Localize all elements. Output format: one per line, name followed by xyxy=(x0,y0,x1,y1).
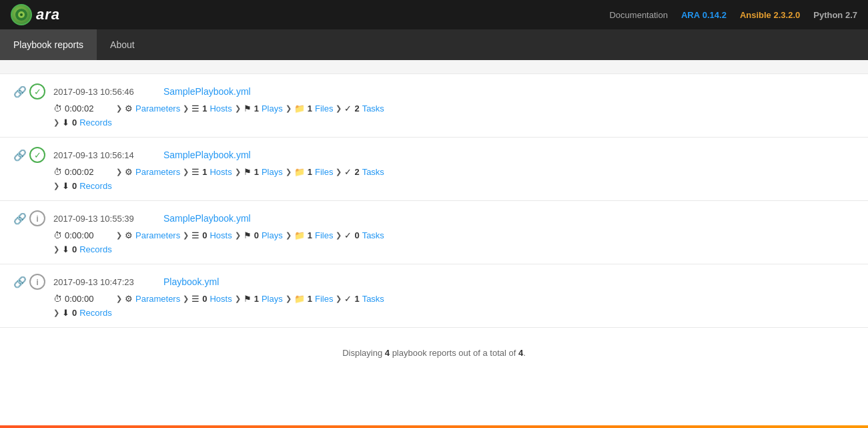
nav-playbook-reports[interactable]: Playbook reports xyxy=(0,29,97,60)
status-success-icon: ✓ xyxy=(29,83,45,99)
nav-about[interactable]: About xyxy=(97,29,148,60)
hosts-icon: ☰ xyxy=(191,230,199,240)
plays-link[interactable]: Plays xyxy=(262,103,283,114)
playbook-row: 🔗 i 2017-09-13 10:47:23 Playbook.yml ⏱ 0… xyxy=(0,264,868,328)
chevron-icon: ❯ xyxy=(235,168,241,176)
plays-link[interactable]: Plays xyxy=(262,294,283,304)
plays-group: ⚑ 0 Plays xyxy=(244,230,283,240)
plays-group: ⚑ 1 Plays xyxy=(244,294,283,304)
chevron-icon: ❯ xyxy=(235,294,241,303)
params-link[interactable]: Parameters xyxy=(135,167,180,177)
stats-row: ⏱ 0:00:02 ❯ ⚙ Parameters ❯ ☰ 1 Hosts ❯ ⚑… xyxy=(53,103,855,114)
hosts-link[interactable]: Hosts xyxy=(209,230,232,240)
files-link[interactable]: Files xyxy=(315,230,333,240)
playbook-row: 🔗 ✓ 2017-09-13 10:56:14 SamplePlaybook.y… xyxy=(0,138,868,201)
chevron-icon: ❯ xyxy=(53,245,59,254)
datetime: 2017-09-13 10:56:14 xyxy=(53,150,157,160)
playbook-link[interactable]: Playbook.yml xyxy=(163,276,219,287)
hosts-group: ☰ 0 Hosts xyxy=(191,294,232,304)
hosts-group: ☰ 1 Hosts xyxy=(191,103,232,114)
chevron-icon: ❯ xyxy=(235,104,241,113)
clock-icon: ⏱ xyxy=(53,167,62,177)
hosts-link[interactable]: Hosts xyxy=(209,294,232,304)
link-icon: 🔗 xyxy=(13,212,27,225)
hosts-icon: ☰ xyxy=(191,103,199,114)
files-group: 📁 1 Files xyxy=(294,103,334,114)
stats-row: ⏱ 0:00:00 ❯ ⚙ Parameters ❯ ☰ 0 Hosts ❯ ⚑… xyxy=(53,230,855,240)
plays-group: ⚑ 1 Plays xyxy=(244,103,283,114)
footer-text: Displaying 4 playbook reports out of a t… xyxy=(342,348,526,358)
tasks-link[interactable]: Tasks xyxy=(362,294,384,304)
hosts-group: ☰ 1 Hosts xyxy=(191,167,232,177)
records-icon: ⬇ xyxy=(62,181,69,191)
records-group: ⬇ 0 Records xyxy=(62,118,112,128)
datetime: 2017-09-13 10:47:23 xyxy=(53,277,157,287)
params-group: ⚙ Parameters xyxy=(125,294,180,304)
playbook-link[interactable]: SamplePlaybook.yml xyxy=(163,86,251,97)
files-icon: 📁 xyxy=(294,103,305,114)
params-link[interactable]: Parameters xyxy=(135,103,180,114)
hosts-link[interactable]: Hosts xyxy=(209,167,232,177)
plays-link[interactable]: Plays xyxy=(262,167,283,177)
params-link[interactable]: Parameters xyxy=(135,294,180,304)
status-success-icon: ✓ xyxy=(29,147,45,163)
records-group: ⬇ 0 Records xyxy=(62,181,112,191)
files-icon: 📁 xyxy=(294,167,305,177)
link-icon: 🔗 xyxy=(13,149,27,162)
playbook-row: 🔗 ✓ 2017-09-13 10:56:46 SamplePlaybook.y… xyxy=(0,73,868,138)
ara-badge: ARA 0.14.2 xyxy=(681,10,727,20)
bottom-bar xyxy=(0,425,868,428)
files-link[interactable]: Files xyxy=(315,294,333,304)
row-icons: 🔗 i xyxy=(13,210,47,226)
records-icon: ⬇ xyxy=(62,244,69,254)
files-link[interactable]: Files xyxy=(315,167,333,177)
params-group: ⚙ Parameters xyxy=(125,230,180,240)
plays-icon: ⚑ xyxy=(244,103,252,114)
tasks-icon: ✓ xyxy=(344,103,352,114)
params-link[interactable]: Parameters xyxy=(135,230,180,240)
chevron-icon: ❯ xyxy=(116,104,122,113)
records-link[interactable]: Records xyxy=(79,244,111,254)
records-row: ❯ ⬇ 0 Records xyxy=(53,118,855,128)
python-badge: Python 2.7 xyxy=(813,10,857,20)
playbook-link[interactable]: SamplePlaybook.yml xyxy=(163,150,251,160)
playbook-link[interactable]: SamplePlaybook.yml xyxy=(163,213,251,224)
plays-link[interactable]: Plays xyxy=(262,230,283,240)
files-group: 📁 1 Files xyxy=(294,167,334,177)
chevron-icon: ❯ xyxy=(183,294,189,303)
topbar: ara Documentation ARA 0.14.2 Ansible 2.3… xyxy=(0,0,868,29)
params-group: ⚙ Parameters xyxy=(125,167,180,177)
records-link[interactable]: Records xyxy=(79,308,111,318)
records-link[interactable]: Records xyxy=(79,118,111,128)
chevron-icon: ❯ xyxy=(286,104,292,113)
duration: ⏱ 0:00:00 xyxy=(53,294,113,304)
chevron-icon: ❯ xyxy=(183,104,189,113)
svg-point-2 xyxy=(20,13,23,16)
documentation-link[interactable]: Documentation xyxy=(609,10,667,20)
plays-icon: ⚑ xyxy=(244,230,252,240)
chevron-icon: ❯ xyxy=(183,231,189,240)
files-link[interactable]: Files xyxy=(315,103,333,114)
row-top: 🔗 ✓ 2017-09-13 10:56:14 SamplePlaybook.y… xyxy=(13,147,855,163)
chevron-icon: ❯ xyxy=(116,294,122,303)
hosts-link[interactable]: Hosts xyxy=(209,103,232,114)
duration: ⏱ 0:00:00 xyxy=(53,230,113,240)
tasks-icon: ✓ xyxy=(344,167,352,177)
tasks-link[interactable]: Tasks xyxy=(362,167,384,177)
footer: Displaying 4 playbook reports out of a t… xyxy=(0,335,868,371)
files-icon: 📁 xyxy=(294,230,305,240)
tasks-link[interactable]: Tasks xyxy=(362,230,384,240)
tasks-link[interactable]: Tasks xyxy=(362,103,384,114)
records-group: ⬇ 0 Records xyxy=(62,308,112,318)
chevron-icon: ❯ xyxy=(116,231,122,240)
records-icon: ⬇ xyxy=(62,308,69,318)
files-group: 📁 1 Files xyxy=(294,294,334,304)
logo: ara xyxy=(11,4,60,25)
params-group: ⚙ Parameters xyxy=(125,103,180,114)
chevron-icon: ❯ xyxy=(53,118,59,127)
records-icon: ⬇ xyxy=(62,118,69,128)
gear-icon: ⚙ xyxy=(125,230,133,240)
ansible-badge: Ansible 2.3.2.0 xyxy=(740,10,800,20)
records-link[interactable]: Records xyxy=(79,181,111,191)
status-info-icon: i xyxy=(29,274,45,290)
